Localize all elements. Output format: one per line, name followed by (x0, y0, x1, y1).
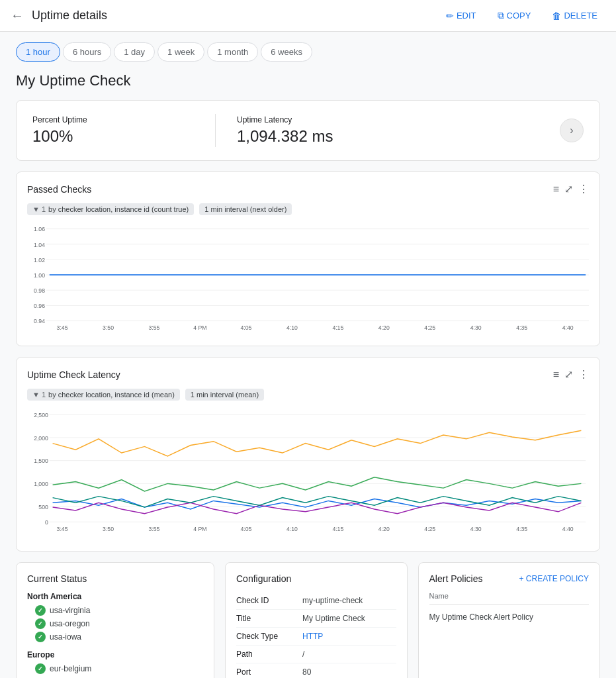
svg-text:1.00: 1.00 (34, 272, 45, 279)
uptime-value: 100% (32, 127, 194, 146)
filter-2-label: 1 min interval (next older) (204, 205, 286, 213)
svg-text:4 PM: 4 PM (193, 324, 206, 331)
copy-label: COPY (507, 11, 531, 21)
edit-label: EDIT (457, 11, 476, 21)
configuration-title: Configuration (236, 573, 396, 584)
latency-chart-card: Uptime Check Latency ≡ ⤢ ⋮ ▼ 1 by checke… (16, 357, 600, 552)
uptime-metric: Percent Uptime 100% (32, 115, 194, 146)
copy-button[interactable]: ⧉ COPY (490, 6, 539, 25)
svg-text:4:15: 4:15 (332, 324, 343, 331)
latency-chart-svg: 2,500 2,000 1,500 1,000 500 0 3:45 3:50 … (27, 406, 589, 538)
svg-text:0.94: 0.94 (34, 318, 45, 324)
status-icon-eur-belgium (35, 663, 46, 674)
table-row: Check ID my-uptime-check (236, 592, 396, 610)
tab-1week[interactable]: 1 week (157, 42, 204, 62)
check-type-link[interactable]: HTTP (302, 632, 323, 641)
status-icon-usa-oregon (35, 618, 46, 629)
summary-card: Percent Uptime 100% Uptime Latency 1,094… (16, 100, 600, 161)
svg-text:4 PM: 4 PM (193, 526, 206, 532)
table-row: Port 80 (236, 663, 396, 679)
svg-text:4:05: 4:05 (240, 526, 251, 532)
svg-text:4:35: 4:35 (516, 526, 527, 532)
svg-text:3:45: 3:45 (57, 526, 68, 532)
edit-button[interactable]: ✏ EDIT (438, 6, 484, 25)
svg-text:500: 500 (38, 504, 48, 510)
passed-checks-header: Passed Checks ≡ ⤢ ⋮ (27, 183, 589, 195)
svg-text:0: 0 (45, 519, 48, 526)
bottom-cards: Current Status North America usa-virgini… (16, 562, 600, 678)
edit-icon: ✏ (446, 11, 454, 21)
svg-text:0.96: 0.96 (34, 303, 45, 309)
latency-actions: ≡ ⤢ ⋮ (553, 368, 589, 381)
latency-label: Uptime Latency (237, 115, 398, 124)
table-row: Path / (236, 646, 396, 663)
alert-col-header: Name (429, 592, 590, 605)
tab-1month[interactable]: 1 month (207, 42, 258, 62)
latency-more-icon[interactable]: ⋮ (578, 368, 589, 381)
page-title: Uptime details (32, 9, 438, 23)
passed-checks-filter-2[interactable]: 1 min interval (next older) (199, 203, 292, 215)
passed-checks-expand-icon[interactable]: ⤢ (564, 183, 573, 195)
filter-1-label: by checker location, instance id (count … (48, 205, 189, 213)
location-label: eur-belgium (50, 664, 91, 673)
alert-policies-card: Alert Policies + CREATE POLICY Name My U… (418, 562, 601, 678)
svg-text:4:30: 4:30 (470, 324, 482, 331)
region-europe: Europe eur-belgium (27, 650, 203, 675)
location-label: usa-iowa (50, 632, 81, 642)
passed-checks-chart-card: Passed Checks ≡ ⤢ ⋮ ▼ 1 by checker locat… (16, 171, 600, 346)
create-policy-button[interactable]: + CREATE POLICY (519, 574, 589, 583)
passed-checks-filters: ▼ 1 by checker location, instance id (co… (27, 203, 589, 215)
create-policy-label: + CREATE POLICY (519, 574, 589, 583)
latency-list-icon[interactable]: ≡ (553, 368, 559, 381)
config-key: Port (236, 663, 302, 679)
svg-text:1.02: 1.02 (34, 257, 45, 264)
svg-text:2,500: 2,500 (34, 412, 48, 418)
latency-filter-1-label: by checker location, instance id (mean) (48, 391, 175, 399)
tab-1hour[interactable]: 1 hour (16, 42, 60, 62)
latency-filter-funnel-icon: ▼ 1 (32, 391, 46, 399)
header: ← Uptime details ✏ EDIT ⧉ COPY 🗑 DELETE (0, 0, 616, 32)
status-icon-usa-virginia (35, 605, 46, 616)
delete-button[interactable]: 🗑 DELETE (544, 6, 605, 25)
summary-divider (215, 114, 216, 147)
list-item: usa-oregon (27, 617, 203, 630)
table-row: Title My Uptime Check (236, 610, 396, 628)
config-value: HTTP (302, 628, 396, 646)
passed-checks-title: Passed Checks (27, 184, 553, 195)
latency-filter-2-label: 1 min interval (mean) (191, 391, 259, 399)
passed-checks-chart-svg: 1.06 1.04 1.02 1.00 0.98 0.96 0.94 3:45 … (27, 220, 589, 333)
summary-expand-button[interactable]: › (560, 119, 584, 142)
passed-checks-filter-1[interactable]: ▼ 1 by checker location, instance id (co… (27, 203, 194, 215)
passed-checks-list-icon[interactable]: ≡ (553, 183, 559, 195)
list-item: eur-belgium (27, 662, 203, 675)
svg-text:4:25: 4:25 (424, 324, 435, 331)
latency-filter-2[interactable]: 1 min interval (mean) (185, 389, 264, 401)
latency-metric: Uptime Latency 1,094.382 ms (237, 115, 398, 146)
passed-checks-more-icon[interactable]: ⋮ (578, 183, 589, 195)
tab-6hours[interactable]: 6 hours (63, 42, 111, 62)
tab-1day[interactable]: 1 day (114, 42, 155, 62)
tab-6weeks[interactable]: 6 weeks (261, 42, 312, 62)
config-key: Check ID (236, 592, 302, 610)
svg-text:3:55: 3:55 (149, 324, 160, 331)
svg-text:2,000: 2,000 (34, 435, 48, 442)
svg-text:4:30: 4:30 (470, 526, 482, 532)
status-icon-usa-iowa (35, 632, 46, 642)
back-button[interactable]: ← (11, 8, 24, 23)
list-item: usa-iowa (27, 630, 203, 644)
latency-filter-1[interactable]: ▼ 1 by checker location, instance id (me… (27, 389, 180, 401)
svg-text:4:25: 4:25 (424, 526, 435, 532)
region-north-america: North America usa-virginia usa-oregon us… (27, 592, 203, 644)
config-table: Check ID my-uptime-check Title My Uptime… (236, 592, 396, 678)
latency-header: Uptime Check Latency ≡ ⤢ ⋮ (27, 368, 589, 381)
svg-text:4:10: 4:10 (286, 324, 298, 331)
current-status-title: Current Status (27, 573, 203, 584)
location-label: usa-oregon (50, 619, 90, 628)
svg-text:4:05: 4:05 (240, 324, 251, 331)
copy-icon: ⧉ (498, 10, 504, 21)
latency-expand-icon[interactable]: ⤢ (564, 368, 573, 381)
main-content: 1 hour 6 hours 1 day 1 week 1 month 6 we… (0, 32, 616, 678)
config-value: My Uptime Check (302, 610, 396, 628)
svg-text:4:20: 4:20 (378, 526, 390, 532)
time-tabs: 1 hour 6 hours 1 day 1 week 1 month 6 we… (16, 42, 600, 62)
